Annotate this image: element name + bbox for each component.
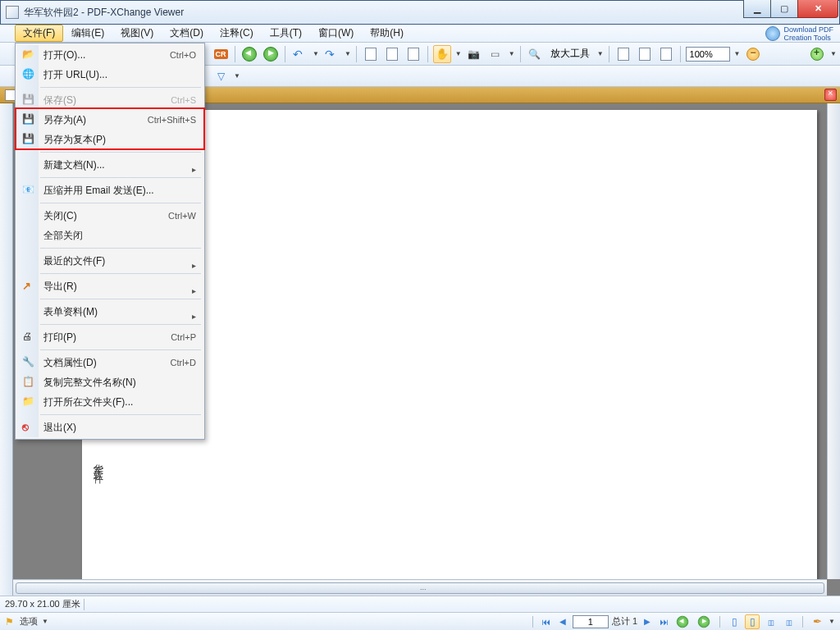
vertical-scrollbar[interactable] (827, 103, 840, 579)
file-menu-item-0[interactable]: 打开(O)...Ctrl+O (17, 45, 203, 65)
menu-separator (40, 87, 201, 88)
tab-close-button[interactable] (824, 89, 837, 101)
nav-first-page-button[interactable] (540, 615, 553, 628)
menu-edit[interactable]: 编辑(E) (63, 25, 112, 42)
mi-save-icon (22, 113, 35, 126)
mi-print-icon (22, 331, 35, 344)
file-menu-item-4[interactable]: 另存为(A)Ctrl+Shift+S (17, 110, 203, 130)
menu-item-shortcut: Ctrl+W (168, 211, 196, 221)
menu-item-label: 新建文档(N)... (43, 158, 105, 172)
menu-separator (40, 203, 201, 203)
menu-separator (40, 248, 201, 249)
minimize-button[interactable] (743, 0, 771, 18)
hand-tool-button[interactable] (433, 45, 451, 63)
menu-item-label: 导出(R) (43, 280, 77, 294)
menu-item-label: 打印(P) (43, 331, 76, 345)
zoom-tool-button[interactable]: 放大工具 (547, 45, 593, 63)
close-button[interactable] (797, 0, 838, 18)
menu-comment[interactable]: 注释(C) (212, 25, 262, 42)
menu-tools[interactable]: 工具(T) (262, 25, 310, 42)
statusbar-upper: 29.70 x 21.00 厘米 (0, 596, 840, 612)
page-number-input[interactable] (573, 615, 609, 628)
menu-item-label: 关闭(C) (43, 209, 77, 223)
nav-fwd-small[interactable] (695, 613, 713, 631)
file-menu-item-18[interactable]: 表单资料(M) (17, 302, 203, 322)
maximize-button[interactable] (770, 0, 798, 18)
file-menu-item-3: 保存(S)Ctrl+S (17, 90, 203, 110)
mi-copy-icon (22, 376, 35, 389)
nav-back-small[interactable] (673, 613, 692, 631)
layout-cont-facing-button[interactable] (781, 614, 796, 629)
menu-view[interactable]: 视图(V) (112, 25, 162, 42)
menu-item-label: 打开 URL(U)... (43, 68, 107, 82)
layout-continuous-button[interactable] (745, 614, 760, 629)
horizontal-scrollbar[interactable]: ··· (13, 579, 827, 596)
ocr-button[interactable]: CR (212, 45, 230, 63)
file-menu-item-12[interactable]: 全部关闭 (17, 226, 203, 245)
menu-item-label: 表单资料(M) (43, 305, 98, 319)
snapshot-button[interactable] (465, 45, 483, 63)
mi-url-icon (22, 68, 35, 81)
file-menu-item-24[interactable]: 打开所在文件夹(F)... (17, 392, 203, 412)
menu-item-shortcut: Ctrl+O (170, 50, 196, 60)
mi-prop-icon (22, 356, 35, 369)
zoom-icon[interactable] (526, 45, 544, 63)
select-button[interactable] (486, 45, 504, 63)
mi-save-dis-icon (22, 94, 35, 107)
file-menu-item-20[interactable]: 打印(P)Ctrl+P (17, 327, 203, 347)
file-menu-item-14[interactable]: 最近的文件(F) (17, 251, 203, 271)
menubar: 文件(F) 编辑(E) 视图(V) 文档(D) 注释(C) 工具(T) 窗口(W… (0, 25, 840, 43)
menu-item-label: 压缩并用 Email 发送(E)... (43, 184, 154, 198)
actual-size-button[interactable] (657, 45, 675, 63)
file-menu-item-5[interactable]: 另存为复本(P) (17, 130, 203, 149)
file-menu-item-16[interactable]: 导出(R) (17, 276, 203, 296)
nav-back-button[interactable] (240, 45, 258, 63)
nav-last-page-button[interactable] (657, 615, 670, 628)
zoom-in-button[interactable] (808, 45, 826, 63)
redo-button[interactable] (322, 45, 340, 63)
menu-item-shortcut: Ctrl+P (171, 332, 196, 342)
file-menu-item-26[interactable]: 退出(X) (17, 418, 203, 437)
titlebar: 华军软件园2 - PDF-XChange Viewer (0, 0, 840, 25)
file-menu-item-22[interactable]: 文档属性(D)Ctrl+D (17, 353, 203, 372)
nav-forward-button[interactable] (262, 45, 280, 63)
window-title: 华军软件园2 - PDF-XChange Viewer (24, 6, 184, 20)
window-controls (744, 0, 838, 18)
nav-prev-page-button[interactable] (556, 615, 569, 628)
menu-help[interactable]: 帮助(H) (362, 25, 412, 42)
layout-facing-button[interactable] (763, 614, 778, 629)
options-button[interactable]: 选项 (20, 615, 38, 628)
menu-window[interactable]: 窗口(W) (310, 25, 362, 42)
page-size-label: 29.70 x 21.00 厘米 (5, 598, 80, 610)
doc-button-2[interactable] (383, 45, 401, 63)
menu-document[interactable]: 文档(D) (162, 25, 212, 42)
file-menu-item-7[interactable]: 新建文档(N)... (17, 155, 203, 175)
sign-button[interactable] (810, 614, 824, 629)
layout-single-button[interactable] (727, 614, 742, 629)
menu-item-shortcut: Ctrl+D (171, 358, 196, 368)
zoom-input[interactable] (686, 47, 730, 62)
download-pdf-tools-link[interactable]: Download PDF Creation Tools (765, 25, 833, 43)
nav-next-page-button[interactable] (641, 615, 654, 628)
statusbar-lower: 选项 ▼ 总计 1 ▼ (0, 612, 840, 630)
file-menu-item-23[interactable]: 复制完整文件名称(N) (17, 372, 203, 392)
undo-button[interactable] (290, 45, 308, 63)
file-menu-item-1[interactable]: 打开 URL(U)... (17, 65, 203, 84)
filter-button[interactable]: ▽ (212, 67, 230, 85)
file-menu-item-11[interactable]: 关闭(C)Ctrl+W (17, 206, 203, 226)
menu-item-label: 另存为复本(P) (43, 133, 106, 147)
doc-button-1[interactable] (362, 45, 380, 63)
app-icon (6, 6, 19, 19)
doc-button-3[interactable] (404, 45, 422, 63)
menu-item-label: 打开(O)... (43, 48, 85, 62)
fit-page-button[interactable] (636, 45, 654, 63)
download-line1: Download PDF (783, 25, 833, 34)
left-sidebar[interactable] (0, 103, 13, 596)
menu-separator (40, 414, 201, 415)
menu-item-label: 复制完整文件名称(N) (43, 376, 136, 390)
file-menu-item-9[interactable]: 压缩并用 Email 发送(E)... (17, 180, 203, 200)
menu-file[interactable]: 文件(F) (15, 25, 63, 42)
zoom-out-button[interactable] (744, 45, 762, 63)
document-rotated-label: 华军软件 (91, 456, 105, 469)
fit-width-button[interactable] (614, 45, 632, 63)
